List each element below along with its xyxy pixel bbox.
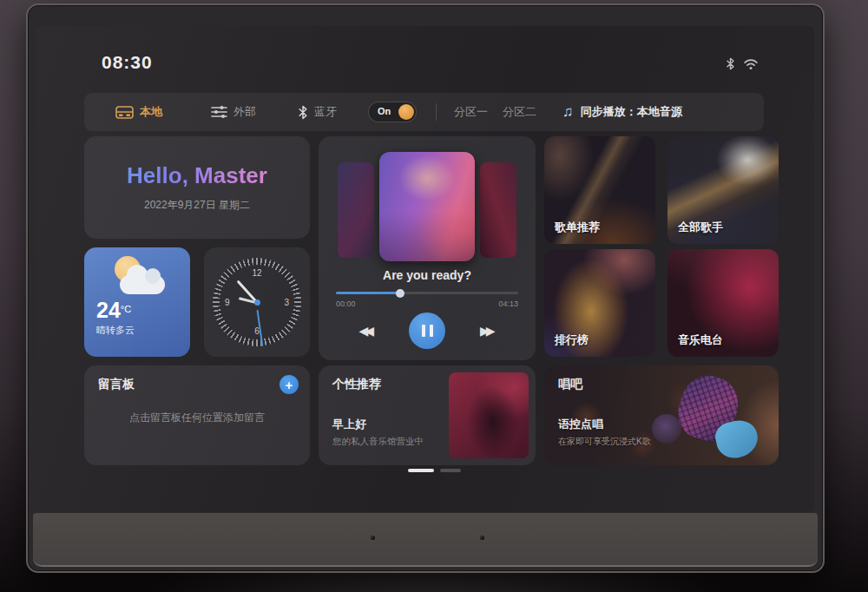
previous-track-button[interactable]: ◀◀ [358,324,374,338]
clock-center-cap [254,299,260,306]
karaoke-description: 在家即可享受沉浸式K歌 [558,436,651,448]
greeting-card: Hello, Master 2022年9月27日 星期二 [84,136,310,239]
sync-play-status[interactable]: ♫ 同步播放：本地音源 [562,103,682,121]
current-album-art[interactable] [379,152,475,261]
tab-zone-1[interactable]: 分区一 [454,104,488,120]
tile-artists-label: 全部歌手 [678,220,723,235]
recommend-album-thumb[interactable] [449,372,529,458]
message-board-hint: 点击留言板任何位置添加留言 [84,411,310,425]
tile-playlist-label: 歌单推荐 [555,220,600,235]
pause-bar [422,325,425,337]
tab-bluetooth-source[interactable]: 蓝牙 [298,104,337,120]
clock-card[interactable]: 12 3 6 9 [204,247,310,357]
tab-local-label: 本地 [140,104,162,120]
clock-number-12: 12 [252,268,261,278]
status-icons [726,57,759,70]
add-message-button[interactable]: + [279,375,299,394]
karaoke-card[interactable]: 唱吧 语控点唱 在家即可享受沉浸式K歌 [544,365,779,465]
page-indicator [408,469,461,472]
weather-card[interactable]: 24°C 晴转多云 [84,247,190,357]
sync-play-label: 同步播放：本地音源 [581,104,682,120]
pause-bar [430,325,433,337]
tab-external-label: 外部 [233,104,256,120]
pause-button[interactable] [409,312,445,349]
power-toggle[interactable]: On [368,102,417,122]
bluetooth-icon [298,105,308,120]
album-carousel[interactable] [319,136,536,266]
tab-bluetooth-label: 蓝牙 [314,104,337,120]
playback-controls: ◀◀ ▶▶ [319,311,536,351]
next-track-button[interactable]: ▶▶ [480,324,496,338]
tile-ranking-chart[interactable]: 排行榜 [544,249,655,357]
smart-panel-device: 08:30 [26,3,825,573]
bokeh-light [652,414,681,444]
total-duration: 04:13 [498,299,518,308]
wifi-status-icon [743,58,759,70]
next-album-art[interactable] [480,162,516,258]
toggle-knob [398,104,414,120]
cloud-icon [120,275,165,294]
clock-number-9: 9 [225,298,230,307]
clock-dial: 12 3 6 9 [220,265,294,339]
karaoke-title: 唱吧 [558,377,582,392]
message-board-title: 留言板 [98,377,135,392]
track-title: Are you ready? [319,268,536,282]
weather-unit: °C [121,304,131,314]
greeting-title: Hello, Master [84,162,310,189]
mic-hole [480,536,484,540]
tile-all-artists[interactable]: 全部歌手 [667,136,779,244]
message-board-card[interactable]: 留言板 + 点击留言板任何位置添加留言 [84,365,310,465]
sliders-icon [211,105,227,119]
tile-radio-label: 音乐电台 [678,332,723,348]
mic-hole [371,536,375,540]
tile-charts-label: 排行榜 [555,332,589,348]
greeting-date: 2022年9月27日 星期二 [84,198,310,213]
time-row: 00:00 04:13 [336,299,518,308]
partly-cloudy-icon [109,260,165,294]
analog-clock: 12 3 6 9 [213,258,301,346]
recommend-subtitle: 您的私人音乐馆营业中 [332,436,424,448]
page-dash-inactive[interactable] [440,469,461,472]
status-time: 08:30 [102,52,153,73]
tab-external-source[interactable]: 外部 [211,104,256,120]
clock-number-3: 3 [284,298,289,307]
progress-bar[interactable] [336,292,518,294]
device-bottom-bezel [33,513,818,567]
source-tabbar: 本地 外部 [84,93,764,131]
personal-recommend-card[interactable]: 个性推荐 早上好 您的私人音乐馆营业中 [319,365,536,465]
recommend-greeting: 早上好 [332,417,366,432]
previous-album-art[interactable] [338,162,374,258]
photo-background: 08:30 [0,0,868,592]
tab-zone-2[interactable]: 分区二 [503,104,536,120]
local-card-icon [115,106,134,119]
tile-music-radio[interactable]: 音乐电台 [667,249,779,357]
tab-local-source[interactable]: 本地 [115,104,162,120]
elapsed-time: 00:00 [336,299,356,308]
page-dash-active[interactable] [408,469,434,472]
progress-fill [336,292,400,294]
karaoke-subtitle: 语控点唱 [558,417,603,432]
weather-condition: 晴转多云 [96,324,190,337]
weather-temperature: 24°C [96,298,190,323]
touchscreen: 08:30 [36,26,814,512]
tile-playlist-recommend[interactable]: 歌单推荐 [544,136,655,244]
music-note-icon: ♫ [562,103,574,121]
toggle-on-label: On [378,106,391,116]
music-player-card: Are you ready? 00:00 04:13 ◀◀ ▶▶ [319,136,536,360]
bluetooth-status-icon [726,57,735,70]
recommend-title: 个性推荐 [332,377,381,392]
tabbar-divider [436,103,437,121]
